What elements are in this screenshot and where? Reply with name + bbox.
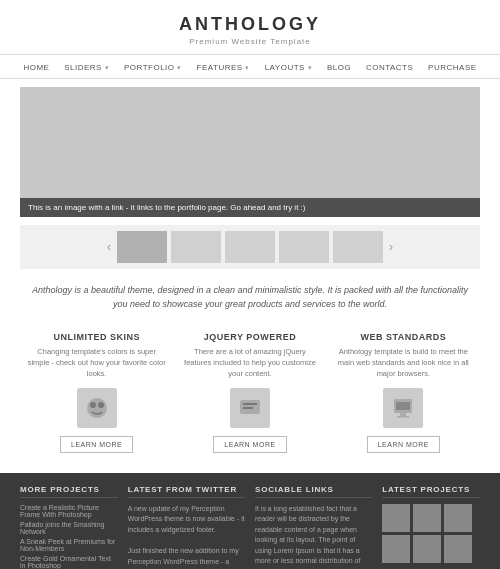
footer-project-thumb-1[interactable] [382, 504, 410, 532]
footer-link-1[interactable]: Create a Realistic Picture Frame With Ph… [20, 504, 118, 518]
feature-jquery-title: jQuery Powered [180, 332, 320, 342]
svg-point-0 [87, 398, 107, 418]
footer-col-social: SOCIABLE LINKS It is a long established … [255, 485, 372, 569]
carousel-thumbnails [117, 231, 383, 263]
svg-point-1 [90, 402, 96, 408]
footer-project-thumb-3[interactable] [444, 504, 472, 532]
carousel-thumb-5[interactable] [333, 231, 383, 263]
carousel-thumb-4[interactable] [279, 231, 329, 263]
footer-tweet-1: A new update of my Perception WordPress … [128, 504, 245, 536]
footer-link-2[interactable]: Pallado joins the Smashing Network [20, 521, 118, 535]
nav-home[interactable]: HOME [23, 63, 49, 72]
nav-sliders[interactable]: SLIDERS ▾ [64, 63, 109, 72]
footer-link-4[interactable]: Create Gold Ornamental Text in Photoshop [20, 555, 118, 569]
feature-standards-desc: Anthology template is build to meet the … [333, 346, 473, 380]
footer-latest-heading: LATEST PROJECTS [382, 485, 480, 498]
carousel: ‹ › [20, 225, 480, 269]
site-subtitle: Premium Website Template [0, 37, 500, 46]
hero-image[interactable]: This is an image with a link - it links … [20, 87, 480, 217]
site-title: antholoGY [0, 14, 500, 35]
site-footer: MORE PROJECTS Create a Realistic Picture… [0, 473, 500, 569]
feature-standards-title: Web Standards [333, 332, 473, 342]
skins-icon [77, 388, 117, 428]
feature-skins: Unlimited Skins Changing template's colo… [27, 332, 167, 453]
footer-project-thumb-5[interactable] [413, 535, 441, 563]
feature-skins-desc: Changing template's colors is super simp… [27, 346, 167, 380]
chevron-down-icon: ▾ [105, 64, 110, 71]
svg-point-2 [98, 402, 104, 408]
carousel-thumb-1[interactable] [117, 231, 167, 263]
feature-standards-button[interactable]: LEARN MORE [367, 436, 440, 453]
feature-standards: Web Standards Anthology template is buil… [333, 332, 473, 453]
carousel-thumb-3[interactable] [225, 231, 275, 263]
nav-contacts[interactable]: CONTACTS [366, 63, 413, 72]
svg-rect-8 [397, 416, 409, 418]
nav-blog[interactable]: BLOG [327, 63, 351, 72]
footer-tweet-2: Just finished the new addition to my Per… [128, 546, 245, 569]
footer-col-projects: MORE PROJECTS Create a Realistic Picture… [20, 485, 118, 569]
svg-rect-9 [396, 402, 410, 410]
footer-social-heading: SOCIABLE LINKS [255, 485, 372, 498]
footer-twitter-heading: LATEST FROM TWITTER [128, 485, 245, 498]
feature-skins-title: Unlimited Skins [27, 332, 167, 342]
nav-features[interactable]: FEATURES ▾ [197, 63, 250, 72]
carousel-next-arrow[interactable]: › [383, 240, 399, 254]
footer-col-latest: LATEST PROJECTS [382, 485, 480, 569]
footer-social-text: It is a long established fact that a rea… [255, 504, 372, 569]
footer-grid: MORE PROJECTS Create a Realistic Picture… [20, 485, 480, 569]
chevron-down-icon: ▾ [177, 64, 182, 71]
feature-jquery: jQuery Powered There are a lot of amazin… [180, 332, 320, 453]
feature-jquery-desc: There are a lot of amazing jQuery featur… [180, 346, 320, 380]
features-section: Unlimited Skins Changing template's colo… [0, 322, 500, 463]
chevron-down-icon: ▾ [308, 64, 313, 71]
chevron-down-icon: ▾ [245, 64, 250, 71]
standards-icon [383, 388, 423, 428]
footer-project-thumb-2[interactable] [413, 504, 441, 532]
main-nav: HOME SLIDERS ▾ PORTFOLIO ▾ FEATURES ▾ LA… [0, 54, 500, 79]
carousel-prev-arrow[interactable]: ‹ [101, 240, 117, 254]
site-header: antholoGY Premium Website Template [0, 0, 500, 54]
feature-skins-button[interactable]: LEARN MORE [60, 436, 133, 453]
svg-rect-7 [400, 413, 406, 416]
svg-rect-4 [243, 403, 257, 405]
intro-section: Anthology is a beautiful theme, designed… [0, 269, 500, 322]
footer-link-3[interactable]: A Sneak Peek at Premiums for Non-Members [20, 538, 118, 552]
jquery-icon [230, 388, 270, 428]
footer-col-twitter: LATEST FROM TWITTER A new update of my P… [128, 485, 245, 569]
svg-rect-5 [243, 407, 253, 409]
intro-text: Anthology is a beautiful theme, designed… [30, 283, 470, 312]
footer-project-thumbs [382, 504, 480, 563]
footer-projects-heading: MORE PROJECTS [20, 485, 118, 498]
nav-purchase[interactable]: PURCHASE [428, 63, 476, 72]
footer-project-thumb-4[interactable] [382, 535, 410, 563]
carousel-thumb-2[interactable] [171, 231, 221, 263]
feature-jquery-button[interactable]: LEARN MORE [213, 436, 286, 453]
nav-layouts[interactable]: LAYOUTS ▾ [265, 63, 312, 72]
hero-caption: This is an image with a link - it links … [20, 198, 480, 217]
footer-project-thumb-6[interactable] [444, 535, 472, 563]
nav-portfolio[interactable]: PORTFOLIO ▾ [124, 63, 182, 72]
